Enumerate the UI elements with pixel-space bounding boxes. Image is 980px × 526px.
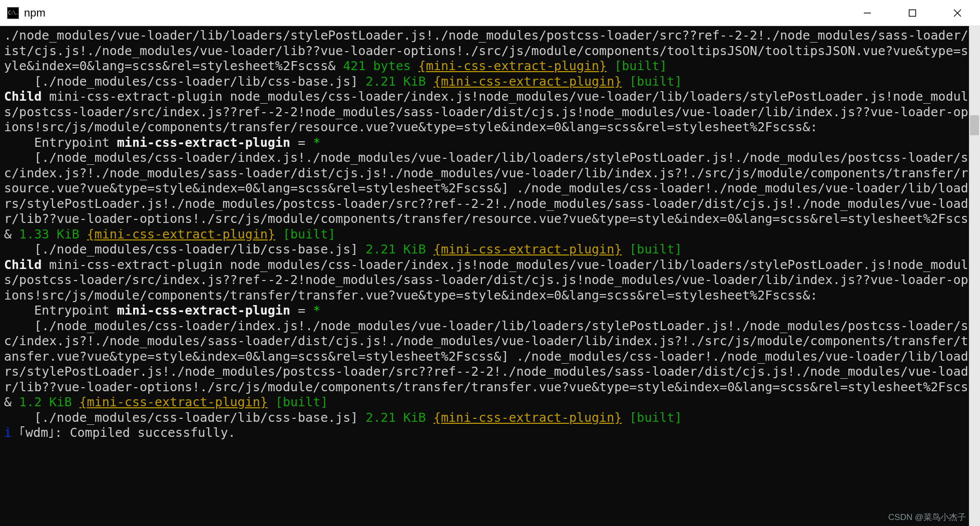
minimize-button[interactable] <box>845 0 890 26</box>
entry-eq: = <box>290 303 313 318</box>
child-label: Child <box>4 89 42 104</box>
size-text: 2.21 KiB <box>365 74 433 89</box>
entry-prefix: Entrypoint <box>4 303 117 318</box>
entry-star: * <box>313 135 320 150</box>
child-desc: mini-css-extract-plugin node_modules/css… <box>4 257 976 303</box>
size-text: 2.21 KiB <box>365 242 433 256</box>
entry-eq: = <box>290 135 313 150</box>
compiled-msg: : Compiled successfully. <box>55 425 235 440</box>
minimize-icon <box>863 9 871 17</box>
close-icon <box>953 9 962 18</box>
chunk-name: {mini-css-extract-plugin} <box>433 410 622 425</box>
built-tag: [built] <box>622 242 682 256</box>
build-line: [./node_modules/css-loader/lib/css-base.… <box>4 242 365 256</box>
child-label: Child <box>4 257 42 272</box>
watermark: CSDN @菜鸟小杰子 <box>888 511 966 523</box>
built-tag: [built] <box>607 59 667 73</box>
size-text: 2.21 KiB <box>365 410 433 425</box>
maximize-icon <box>908 9 916 17</box>
chunk-name: {mini-css-extract-plugin} <box>87 227 275 241</box>
size-text: 1.2 KiB <box>12 395 79 409</box>
app-icon: C:\. <box>7 7 19 19</box>
entry-name: mini-css-extract-plugin <box>117 303 290 318</box>
window-title: npm <box>24 7 46 20</box>
terminal-output[interactable]: ./node_modules/vue-loader/lib/loaders/st… <box>0 26 980 526</box>
build-line: [./node_modules/css-loader/lib/css-base.… <box>4 74 365 89</box>
entry-name: mini-css-extract-plugin <box>117 135 290 150</box>
built-tag: [built] <box>622 74 682 89</box>
chunk-name: {mini-css-extract-plugin} <box>433 242 622 256</box>
scrollbar-thumb[interactable] <box>970 115 979 135</box>
built-tag: [built] <box>268 395 328 409</box>
wdm-tag: ｢wdm｣ <box>12 425 55 440</box>
close-button[interactable] <box>935 0 980 26</box>
chunk-name: {mini-css-extract-plugin} <box>418 59 607 73</box>
child-desc: mini-css-extract-plugin node_modules/css… <box>4 89 976 134</box>
size-text: 1.33 KiB <box>12 227 87 241</box>
info-icon: i <box>4 425 12 440</box>
maximize-button[interactable] <box>890 0 935 26</box>
size-text: 421 bytes <box>335 59 418 73</box>
chunk-name: {mini-css-extract-plugin} <box>80 395 268 409</box>
scrollbar[interactable] <box>969 26 980 526</box>
svg-rect-1 <box>909 10 916 16</box>
window-titlebar: C:\. npm <box>0 0 980 26</box>
chunk-name: {mini-css-extract-plugin} <box>433 74 622 89</box>
entry-prefix: Entrypoint <box>4 135 117 150</box>
build-line: [./node_modules/css-loader/lib/css-base.… <box>4 410 365 425</box>
built-tag: [built] <box>622 410 682 425</box>
entry-star: * <box>313 303 320 318</box>
built-tag: [built] <box>275 227 335 241</box>
